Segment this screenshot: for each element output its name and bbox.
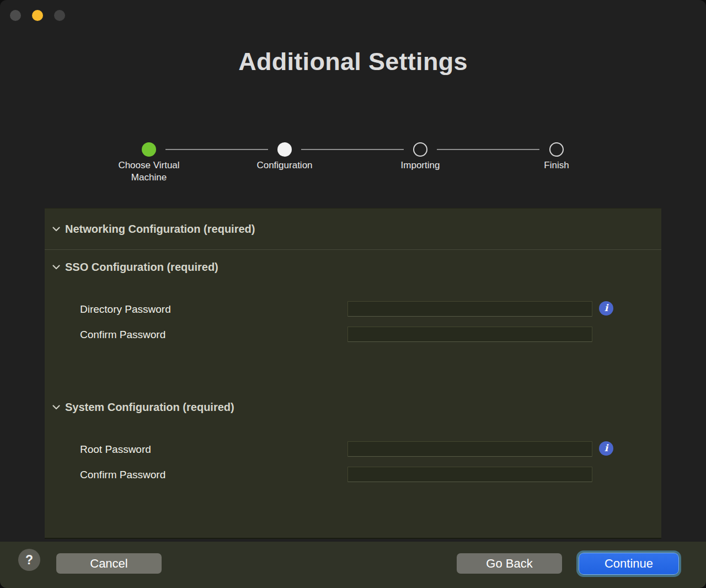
minimize-button[interactable]: [32, 10, 43, 21]
section-title: SSO Configuration (required): [65, 261, 218, 274]
info-icon[interactable]: i: [599, 441, 613, 456]
confirm-root-password-label: Confirm Password: [80, 467, 165, 483]
step-label-finish: Finish: [501, 159, 612, 172]
step-connector: [437, 149, 539, 150]
chevron-down-icon[interactable]: [51, 402, 61, 412]
step-circle-pending-icon: [413, 142, 427, 157]
help-button[interactable]: ?: [18, 549, 40, 571]
section-networking-header[interactable]: Networking Configuration (required): [45, 209, 661, 250]
zoom-button[interactable]: [54, 10, 65, 21]
step-connector: [301, 149, 404, 150]
section-title: Networking Configuration (required): [65, 223, 255, 236]
step-label-importing: Importing: [365, 159, 475, 172]
chevron-down-icon[interactable]: [51, 262, 61, 272]
step-connector: [165, 149, 268, 150]
confirm-directory-password-label: Confirm Password: [80, 327, 165, 343]
settings-panel: Networking Configuration (required) SSO …: [45, 208, 661, 539]
root-password-label: Root Password: [80, 441, 151, 458]
section-title: System Configuration (required): [65, 401, 234, 414]
page-title: Additional Settings: [0, 47, 706, 76]
step-label-choose-virtual-machine: Choose Virtual Machine: [105, 159, 193, 184]
close-button[interactable]: [10, 10, 21, 21]
section-system-header[interactable]: System Configuration (required): [45, 395, 661, 419]
root-password-input[interactable]: [347, 441, 592, 457]
directory-password-input[interactable]: [347, 301, 592, 317]
chevron-down-icon[interactable]: [51, 224, 61, 234]
wizard-window: Additional Settings Choose Virtual Machi…: [0, 0, 706, 588]
step-circle-pending-icon: [549, 142, 564, 157]
section-sso-header[interactable]: SSO Configuration (required): [45, 255, 661, 279]
info-icon[interactable]: i: [599, 301, 613, 316]
confirm-root-password-input[interactable]: [347, 467, 592, 482]
footer-bar: ? Cancel Go Back Continue: [0, 542, 706, 588]
confirm-directory-password-input[interactable]: [347, 327, 592, 342]
go-back-button[interactable]: Go Back: [457, 553, 562, 574]
continue-button[interactable]: Continue: [579, 553, 679, 575]
cancel-button[interactable]: Cancel: [56, 553, 162, 574]
step-label-configuration: Configuration: [229, 159, 340, 172]
step-circle-current-icon: [277, 142, 292, 157]
directory-password-label: Directory Password: [80, 301, 171, 318]
step-circle-complete-icon: [142, 142, 156, 157]
